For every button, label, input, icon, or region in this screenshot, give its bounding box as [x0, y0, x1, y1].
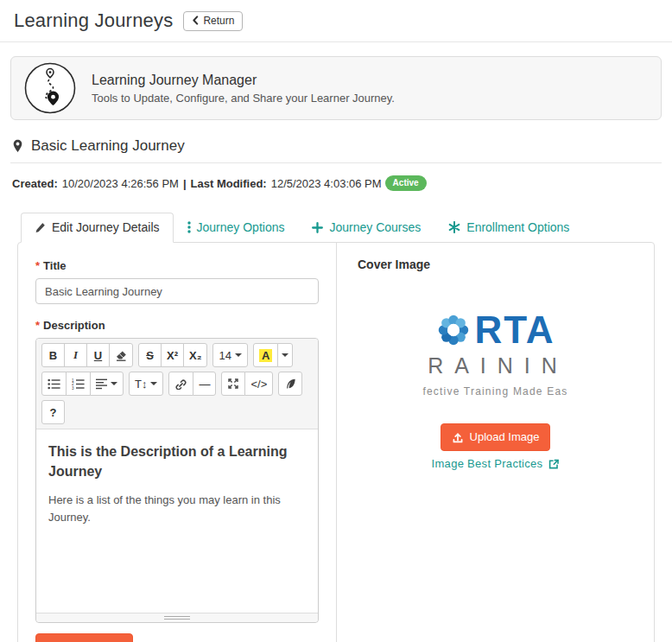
font-color-caret-button[interactable] — [277, 343, 293, 367]
description-heading: This is the Description of a Learning Jo… — [48, 442, 306, 481]
map-marker-icon — [12, 139, 23, 153]
line-height-label: T↕ — [135, 378, 147, 391]
created-label: Created: — [12, 177, 58, 190]
title-label-text: Title — [43, 259, 67, 272]
cover-image-label: Cover Image — [358, 257, 633, 271]
tab-label: Journey Courses — [329, 220, 421, 234]
created-value: 10/20/2023 4:26:56 PM — [62, 177, 179, 190]
pencil-icon — [35, 222, 46, 233]
line-height-dropdown[interactable]: T↕ — [129, 372, 163, 396]
font-size-value: 14 — [219, 349, 231, 362]
horizontal-rule-button[interactable]: — — [193, 372, 216, 396]
font-size-dropdown[interactable]: 14 — [212, 343, 247, 367]
eraser-icon — [115, 350, 127, 361]
unordered-list-icon — [48, 378, 60, 390]
caret-down-icon — [235, 353, 242, 357]
modified-value: 12/5/2023 4:03:06 PM — [271, 177, 382, 190]
align-icon — [96, 378, 107, 390]
caret-down-icon — [150, 382, 157, 385]
image-best-practices-link[interactable]: Image Best Practices — [358, 457, 633, 470]
caret-down-icon — [282, 353, 288, 357]
link-icon — [174, 378, 187, 390]
fullscreen-button[interactable] — [221, 372, 245, 396]
description-label-text: Description — [43, 319, 105, 332]
details-form-column: *Title *Description B I U — [18, 243, 336, 642]
cover-image-column: Cover Image RTA RAININ fective Training … — [336, 243, 654, 642]
ordered-list-button[interactable]: 123 — [66, 372, 91, 396]
return-button[interactable]: Return — [183, 11, 243, 31]
feather-button[interactable] — [278, 372, 302, 396]
view-group: </> — [221, 372, 273, 396]
journey-tabs: Edit Journey Details Journey Options Jou… — [21, 213, 672, 242]
cover-image-preview: RTA RAININ fective Training Made Eas — [375, 311, 617, 397]
clear-formatting-button[interactable] — [109, 343, 133, 367]
paragraph-align-dropdown[interactable] — [90, 372, 124, 396]
save-changes-button[interactable]: Save Changes — [35, 633, 133, 642]
upload-image-button[interactable]: Upload Image — [441, 423, 551, 451]
help-group: ? — [41, 400, 65, 424]
font-color-button[interactable]: A — [253, 343, 278, 367]
plus-icon — [312, 222, 323, 233]
page-title: Learning Journeys — [14, 10, 173, 32]
subscript-button[interactable]: X₂ — [183, 343, 207, 367]
upload-icon — [452, 431, 464, 443]
editor-content[interactable]: This is the Description of a Learning Jo… — [36, 429, 318, 613]
fullscreen-icon — [227, 378, 239, 390]
required-asterisk: * — [35, 319, 40, 332]
insert-link-button[interactable] — [168, 372, 193, 396]
banner-text: Learning Journey Manager Tools to Update… — [92, 73, 395, 105]
logo-tagline: fective Training Made Eas — [375, 385, 617, 397]
tab-label: Journey Options — [197, 220, 285, 234]
svg-text:3: 3 — [72, 385, 74, 389]
superscript-button[interactable]: X² — [161, 343, 184, 367]
journey-title: Basic Learning Journey — [31, 137, 185, 155]
help-button[interactable]: ? — [41, 400, 65, 424]
header-divider — [0, 41, 672, 42]
ordered-list-icon: 123 — [72, 378, 85, 390]
bold-button[interactable]: B — [41, 343, 65, 367]
title-field-label: *Title — [35, 259, 319, 272]
tab-journey-courses[interactable]: Journey Courses — [298, 213, 434, 243]
code-view-button[interactable]: </> — [244, 372, 273, 396]
description-editor: B I U S X² X₂ 14 — [35, 338, 319, 623]
tab-enrollment-options[interactable]: Enrollment Options — [434, 213, 583, 243]
asterisk-icon — [448, 221, 460, 233]
journey-meta: Created: 10/20/2023 4:26:56 PM | Last Mo… — [12, 175, 660, 191]
title-input[interactable] — [35, 278, 319, 304]
underline-button[interactable]: U — [86, 343, 110, 367]
editor-statusbar[interactable] — [36, 613, 318, 622]
toolbar-row-2: 123 T↕ — [41, 372, 313, 396]
page-header: Learning Journeys Return — [0, 0, 672, 35]
section-divider — [10, 162, 662, 163]
chevron-left-icon — [192, 16, 199, 25]
font-style-group: B I U — [41, 343, 133, 367]
unordered-list-button[interactable] — [41, 372, 67, 396]
logo-word-top: RTA — [474, 311, 555, 349]
logo-word-bottom: RAININ — [380, 353, 617, 378]
details-panel: *Title *Description B I U — [17, 242, 655, 642]
italic-button[interactable]: I — [64, 343, 87, 367]
strikethrough-button[interactable]: S — [138, 343, 162, 367]
required-asterisk: * — [35, 259, 40, 272]
journey-manager-banner: Learning Journey Manager Tools to Update… — [10, 56, 662, 120]
logo-gear-icon — [435, 312, 472, 348]
insert-group: — — [168, 372, 216, 396]
feather-group — [278, 372, 302, 396]
logo-top-row: RTA — [375, 311, 617, 349]
description-paragraph: Here is a list of the things you may lea… — [48, 492, 306, 525]
description-field-label: *Description — [35, 319, 319, 332]
return-label: Return — [203, 15, 234, 27]
meta-separator: | — [183, 177, 187, 190]
tab-journey-options[interactable]: Journey Options — [174, 213, 299, 243]
line-height-group: T↕ — [129, 372, 163, 396]
tab-edit-journey-details[interactable]: Edit Journey Details — [21, 213, 174, 243]
journey-heading: Basic Learning Journey — [12, 137, 660, 155]
tab-label: Edit Journey Details — [52, 220, 160, 234]
banner-title: Learning Journey Manager — [92, 73, 395, 88]
caret-down-icon — [111, 382, 117, 385]
journey-route-icon — [23, 61, 77, 115]
toolbar-row-3: ? — [41, 400, 313, 424]
font-color-group: A — [253, 343, 293, 367]
upload-label: Upload Image — [470, 430, 540, 443]
status-badge: Active — [385, 175, 427, 191]
